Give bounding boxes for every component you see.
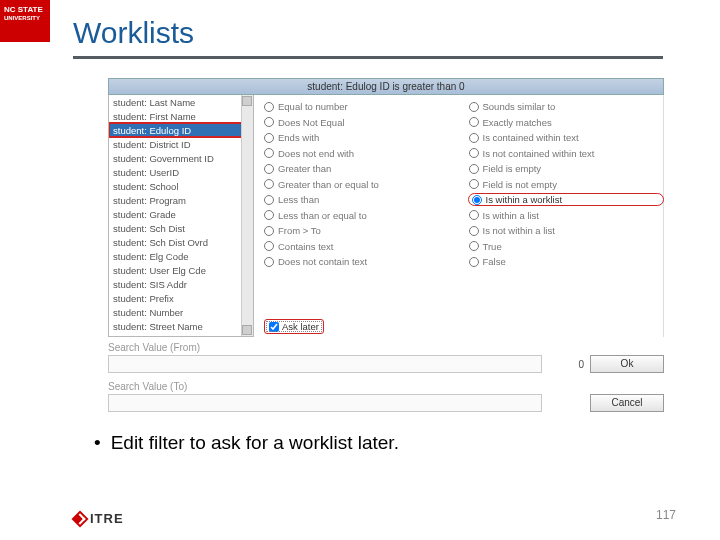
field-item[interactable]: student: UserID — [109, 165, 253, 179]
field-item[interactable]: student: Sch Dist — [109, 221, 253, 235]
operator-radio[interactable]: Field is empty — [469, 163, 664, 174]
field-item[interactable]: student: Program — [109, 193, 253, 207]
field-item[interactable]: student: Last Name — [109, 95, 253, 109]
filter-dialog: student: Edulog ID is greater than 0 stu… — [108, 78, 664, 408]
operator-radio[interactable]: Greater than — [264, 163, 459, 174]
field-item[interactable]: student: Government ID — [109, 151, 253, 165]
scroll-up-icon[interactable] — [242, 96, 252, 106]
itre-logo: ITRE — [74, 511, 124, 526]
operator-radio[interactable]: Equal to number — [264, 101, 459, 112]
operator-radio[interactable]: Is within a worklist — [469, 194, 664, 205]
ask-later-checkbox[interactable]: Ask later — [264, 319, 324, 334]
operator-radio[interactable]: Less than or equal to — [264, 210, 459, 221]
operator-radio[interactable]: Is not within a list — [469, 225, 664, 236]
title-underline — [73, 56, 663, 59]
field-listbox[interactable]: student: Last Namestudent: First Namestu… — [108, 95, 254, 337]
search-from-label: Search Value (From) — [108, 342, 664, 353]
scroll-down-icon[interactable] — [242, 325, 252, 335]
operator-radio[interactable]: Less than — [264, 194, 459, 205]
diamond-icon — [72, 510, 89, 527]
field-item[interactable]: student: Prefix — [109, 291, 253, 305]
operator-radio[interactable]: Does not end with — [264, 148, 459, 159]
operator-radio[interactable]: Does not contain text — [264, 256, 459, 267]
filter-summary-bar: student: Edulog ID is greater than 0 — [108, 78, 664, 95]
operator-panel: Equal to numberDoes Not EqualEnds withDo… — [254, 95, 664, 337]
search-to-label: Search Value (To) — [108, 381, 664, 392]
field-item[interactable]: student: Number — [109, 305, 253, 319]
field-item[interactable]: student: Edulog ID — [109, 123, 253, 137]
field-item[interactable]: student: User Elg Cde — [109, 263, 253, 277]
field-item[interactable]: student: First Name — [109, 109, 253, 123]
operator-radio[interactable]: Is within a list — [469, 210, 664, 221]
field-item[interactable]: student: Street Name — [109, 319, 253, 333]
field-item[interactable]: student: Grade — [109, 207, 253, 221]
search-from-group: Search Value (From) 0 Ok — [108, 342, 664, 373]
operator-radio[interactable]: Field is not empty — [469, 179, 664, 190]
operator-radio[interactable]: True — [469, 241, 664, 252]
cancel-button[interactable]: Cancel — [590, 394, 664, 412]
operator-radio[interactable]: Is contained within text — [469, 132, 664, 143]
operator-radio[interactable]: Exactly matches — [469, 117, 664, 128]
field-item[interactable]: student: SIS Addr — [109, 277, 253, 291]
scrollbar[interactable] — [241, 95, 253, 336]
search-to-group: Search Value (To) Cancel — [108, 381, 664, 412]
operator-radio[interactable]: Greater than or equal to — [264, 179, 459, 190]
search-to-input[interactable] — [108, 394, 542, 412]
operator-radio[interactable]: Contains text — [264, 241, 459, 252]
field-item[interactable]: student: School — [109, 179, 253, 193]
search-from-value: 0 — [548, 359, 584, 370]
field-item[interactable]: student: Elg Code — [109, 249, 253, 263]
search-from-input[interactable] — [108, 355, 542, 373]
operator-radio[interactable]: Sounds similar to — [469, 101, 664, 112]
bullet-text: •Edit filter to ask for a worklist later… — [94, 432, 399, 454]
operator-radio[interactable]: Is not contained within text — [469, 148, 664, 159]
operator-radio[interactable]: Does Not Equal — [264, 117, 459, 128]
field-item[interactable]: student: District ID — [109, 137, 253, 151]
field-item[interactable]: student: Sch Dist Ovrd — [109, 235, 253, 249]
operator-radio[interactable]: Ends with — [264, 132, 459, 143]
slide-title: Worklists — [73, 16, 194, 50]
page-number: 117 — [656, 508, 676, 522]
ncstate-logo: NC STATE UNIVERSITY — [0, 0, 50, 42]
ok-button[interactable]: Ok — [590, 355, 664, 373]
operator-radio[interactable]: False — [469, 256, 664, 267]
operator-radio[interactable]: From > To — [264, 225, 459, 236]
